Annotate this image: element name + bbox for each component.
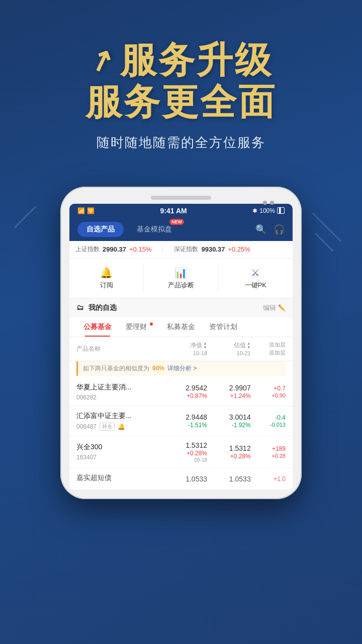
bluetooth-icon: ✱	[252, 207, 257, 214]
phone-screen: 📶 🛜 9:41 AM ✱ 100% ▌ 自选产品 基金模拟盘	[69, 204, 293, 490]
fund-row-1[interactable]: 汇添富中证主要... 006487 持仓 🔔 2.9448 -1.51% 3.0…	[69, 407, 293, 436]
fund-code-0: 006282	[76, 394, 163, 401]
status-left: 📶 🛜	[77, 207, 95, 214]
fund-info-2: 兴全300 163407	[76, 443, 163, 461]
diagnose-label: 产品诊断	[168, 281, 194, 290]
phone-dot-2	[270, 201, 274, 205]
fund-row-0[interactable]: 华夏上证主要消... 006282 2.9542 +0.87% 2.9907 +…	[69, 378, 293, 407]
nav-sort[interactable]: ▲▼	[203, 342, 207, 350]
col-nav-header: 净值 ▲▼ 10-18	[163, 341, 207, 356]
fund-name-2: 兴全300	[76, 443, 163, 452]
fund-code-2: 163407	[76, 454, 163, 461]
hero-arrow-icon: ↗	[85, 41, 120, 79]
edit-button[interactable]: 编辑 ✏️	[263, 303, 286, 312]
pk-label: 一键PK	[245, 281, 266, 290]
phone-wrapper: 📶 🛜 9:41 AM ✱ 100% ▌ 自选产品 基金模拟盘	[0, 187, 362, 499]
new-badge: NEW	[169, 219, 184, 225]
fund-tab-aili[interactable]: 爱理财	[119, 317, 160, 337]
fund-row-2[interactable]: 兴全300 163407 1.5312 +0.28% 09-18 1.5312 …	[69, 436, 293, 468]
fund-info-3: 嘉实超短债	[76, 473, 163, 485]
headset-icon[interactable]: 🎧	[274, 224, 285, 235]
bell-icon-1[interactable]: 🔔	[118, 423, 125, 430]
hero-title-2: 服务更全面	[20, 80, 342, 123]
ticker-value-1: 2990.37	[103, 246, 126, 253]
holding-tag: 持仓	[100, 423, 115, 431]
phone-outer: 📶 🛜 9:41 AM ✱ 100% ▌ 自选产品 基金模拟盘	[60, 187, 302, 499]
fund-add-2: +189 +0.28	[251, 445, 286, 459]
fund-code-1: 006487 持仓 🔔	[76, 423, 163, 431]
hero-title-1: ↗ 服务升级	[20, 40, 342, 80]
nav-tab-zixuan[interactable]: 自选产品	[77, 222, 124, 237]
signal-icon: 📶	[77, 207, 85, 214]
ticker-item-2: 深证指数 9930.37 +0.25%	[174, 245, 250, 254]
battery-text: 100%	[259, 207, 275, 214]
fund-name-0: 华夏上证主要消...	[76, 383, 163, 392]
fund-info-1: 汇添富中证主要... 006487 持仓 🔔	[76, 412, 163, 431]
ticker-change-1: +0.15%	[129, 246, 151, 253]
status-bar: 📶 🛜 9:41 AM ✱ 100% ▌	[69, 204, 293, 218]
action-pk[interactable]: ⚔ 一键PK	[219, 264, 293, 293]
fund-nav-3: 1.0533	[163, 475, 207, 483]
nav-tab-jijin[interactable]: 基金模拟盘 NEW	[128, 222, 181, 237]
status-time: 9:41 AM	[160, 207, 187, 215]
nav-bar: 自选产品 基金模拟盘 NEW 🔍 🎧	[69, 218, 293, 241]
fund-add-1: -0.4 -0.013	[251, 414, 286, 428]
fund-info-0: 华夏上证主要消... 006282	[76, 383, 163, 401]
edit-icon: ✏️	[278, 304, 286, 311]
subscribe-icon: 🔔	[100, 267, 113, 279]
fund-est-2: 1.5312 +0.28%	[207, 444, 251, 460]
fund-nav-2: 1.5312 +0.28% 09-18	[163, 441, 207, 463]
ticker-name-1: 上证指数	[75, 245, 100, 254]
fund-nav-1: 2.9448 -1.51%	[163, 413, 207, 429]
section-header: 🗂 我的自选 编辑 ✏️	[69, 298, 293, 317]
fund-tabs: 公募基金 爱理财 私募基金 资管计划	[69, 317, 293, 337]
col-name-header: 产品名称	[76, 345, 163, 353]
alert-text-1: 如下两只基金的相似度为	[83, 364, 149, 373]
phone-speaker	[151, 196, 211, 200]
fund-add-3: +1.0	[251, 475, 286, 482]
section-title: 🗂 我的自选	[76, 303, 117, 312]
fund-name-3: 嘉实超短债	[76, 473, 163, 482]
ticker-divider: ｜	[159, 245, 166, 254]
fund-add-0: +0.7 +0.90	[251, 385, 286, 398]
nav-tabs: 自选产品 基金模拟盘 NEW	[77, 222, 181, 237]
fund-row-3[interactable]: 嘉实超短债 1.0533 1.0533 +1.0	[69, 468, 293, 490]
col-add-header: 添加层 添加层	[251, 341, 286, 357]
search-icon[interactable]: 🔍	[255, 224, 266, 235]
status-right: ✱ 100% ▌	[252, 207, 285, 214]
fund-est-1: 3.0014 -1.92%	[207, 413, 251, 429]
table-header: 产品名称 净值 ▲▼ 10-18 估值 ▲▼	[69, 337, 293, 361]
ticker-value-2: 9930.37	[201, 246, 225, 253]
wifi-icon: 🛜	[87, 207, 95, 214]
ticker-change-2: +0.25%	[228, 246, 250, 253]
fund-name-1: 汇添富中证主要...	[76, 412, 163, 421]
subscribe-label: 订阅	[100, 281, 113, 290]
similarity-pct: 90%	[152, 365, 164, 372]
nav-icons: 🔍 🎧	[255, 224, 285, 235]
phone-dot-1	[263, 201, 267, 205]
aili-dot	[150, 323, 153, 326]
phone-dots	[263, 201, 274, 205]
col-est-header: 估值 ▲▼ 10-21	[207, 341, 251, 356]
battery-icon: ▌	[277, 207, 285, 214]
ticker-item-1: 上证指数 2990.37 +0.15%	[75, 245, 151, 254]
fund-nav-0: 2.9542 +0.87%	[163, 384, 207, 399]
hero-section: ↗ 服务升级 服务更全面 随时随地随需的全方位服务	[0, 0, 362, 172]
pk-icon: ⚔	[251, 267, 260, 279]
est-sort[interactable]: ▲▼	[247, 342, 251, 350]
action-subscribe[interactable]: 🔔 订阅	[69, 264, 144, 293]
fund-est-0: 2.9907 +1.24%	[207, 384, 251, 399]
diagnose-icon: 📊	[174, 267, 187, 279]
similarity-alert: 如下两只基金的相似度为 90% 详细分析 >	[76, 361, 286, 376]
ticker-name-2: 深证指数	[174, 245, 198, 254]
fund-tab-gongmu[interactable]: 公募基金	[76, 317, 119, 337]
fund-tab-simu[interactable]: 私募基金	[160, 317, 202, 337]
ticker-bar: 上证指数 2990.37 +0.15% ｜ 深证指数 9930.37 +0.25…	[69, 241, 293, 259]
similarity-link[interactable]: 详细分析 >	[167, 364, 197, 373]
fund-tab-ziguang[interactable]: 资管计划	[202, 317, 244, 337]
fund-est-3: 1.0533	[207, 475, 251, 483]
hero-subtitle: 随时随地随需的全方位服务	[20, 134, 342, 151]
action-diagnose[interactable]: 📊 产品诊断	[144, 264, 218, 293]
action-bar: 🔔 订阅 📊 产品诊断 ⚔ 一键PK	[69, 259, 293, 298]
